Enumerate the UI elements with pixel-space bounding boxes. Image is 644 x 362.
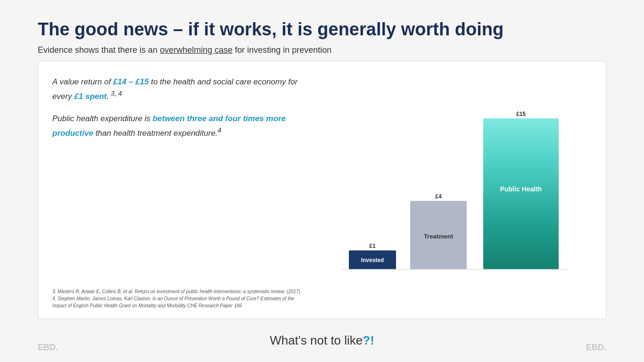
ph-prefix: Public health expenditure is	[52, 114, 153, 123]
vr-refs: 3, 4	[109, 90, 122, 97]
vr-range: £14 – £15	[113, 77, 149, 86]
footnote-3: 3. Masters R, Anwar E, Collins B, et al.…	[52, 288, 304, 295]
page-title: The good news – if it works, it is gener…	[38, 19, 606, 41]
ph-suffix: than health treatment expenditure.	[93, 128, 218, 137]
title-section: The good news – if it works, it is gener…	[38, 19, 606, 55]
treatment-top-label: £4	[435, 193, 442, 200]
public-health-text: Public health expenditure is between thr…	[52, 112, 304, 140]
ph-ref: 4	[218, 126, 222, 134]
invested-top-label: £1	[369, 243, 376, 249]
vr-spent: £1 spent.	[74, 91, 109, 100]
value-return-text: A value return of £14 – £15 to the healt…	[52, 75, 304, 103]
pubhealth-bar	[483, 118, 559, 269]
chart-panel: £1 Invested £4 Treatment £15 Public Heal…	[318, 75, 592, 309]
content-box: A value return of £14 – £15 to the healt…	[38, 61, 606, 319]
bar-chart: £1 Invested £4 Treatment £15 Public Heal…	[323, 80, 587, 304]
text-content: A value return of £14 – £15 to the healt…	[52, 75, 304, 288]
subtitle-prefix: Evidence shows that there is an	[38, 45, 160, 55]
bottom-tagline: What's not to like?!	[38, 333, 606, 348]
subtitle-underline: overwhelming case	[160, 45, 232, 55]
vr-prefix: A value return of	[52, 77, 113, 86]
subtitle: Evidence shows that there is an overwhel…	[38, 45, 606, 55]
page-container: The good news – if it works, it is gener…	[0, 0, 644, 362]
invested-bar-label: Invested	[361, 257, 384, 263]
subtitle-suffix: for investing in prevention	[232, 45, 331, 55]
pubhealth-top-label: £15	[516, 111, 526, 117]
treatment-bar-label: Treatment	[424, 233, 454, 240]
footnote-4: 4. Stephen Martin, James Lomas, Karl Cla…	[52, 295, 304, 309]
tagline-suffix: ?!	[363, 333, 374, 347]
tagline-prefix: What's not to like	[270, 333, 363, 347]
logo-bottom-left: EBD.	[38, 343, 58, 353]
left-panel: A value return of £14 – £15 to the healt…	[52, 75, 304, 309]
pubhealth-bar-label: Public Health	[500, 185, 542, 193]
footnotes: 3. Masters R, Anwar E, Collins B, et al.…	[52, 288, 304, 309]
logo-bottom-right: EBD.	[586, 343, 606, 353]
